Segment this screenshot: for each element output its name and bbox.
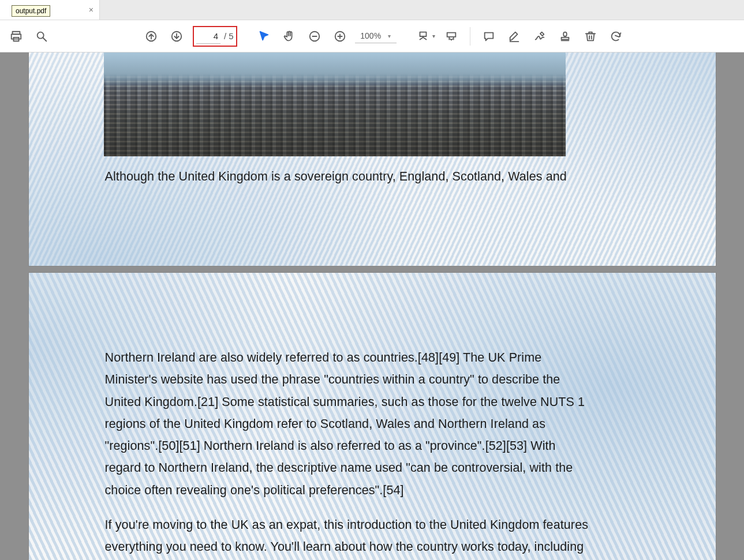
- svg-rect-15: [447, 32, 455, 36]
- zoom-out-button[interactable]: [303, 25, 326, 48]
- close-icon[interactable]: ×: [89, 6, 94, 14]
- paragraph-text: If you're moving to the UK as an expat, …: [105, 514, 590, 558]
- comment-button[interactable]: [477, 25, 500, 48]
- document-viewport[interactable]: Although the United Kingdom is a soverei…: [0, 52, 744, 560]
- delete-button[interactable]: [579, 25, 602, 48]
- next-page-button[interactable]: [165, 25, 188, 48]
- pdf-page-4: Although the United Kingdom is a soverei…: [29, 52, 716, 266]
- svg-line-4: [43, 37, 47, 41]
- toolbar: / 5 100% ▾ ▾: [0, 20, 744, 52]
- svg-rect-20: [561, 37, 569, 39]
- sign-button[interactable]: [528, 25, 551, 48]
- hand-tool-button[interactable]: [278, 25, 301, 48]
- svg-point-3: [38, 32, 44, 38]
- find-button[interactable]: [30, 25, 53, 48]
- read-mode-button[interactable]: [440, 25, 463, 48]
- svg-rect-1: [12, 34, 21, 39]
- fit-width-button[interactable]: [412, 25, 435, 48]
- page-indicator: / 5: [193, 26, 237, 47]
- chevron-down-icon: ▾: [388, 33, 391, 39]
- stamp-button[interactable]: [554, 25, 577, 48]
- paragraph-text: Although the United Kingdom is a soverei…: [105, 166, 590, 187]
- zoom-value: 100%: [360, 31, 381, 40]
- svg-rect-14: [420, 32, 426, 36]
- chevron-down-icon[interactable]: ▾: [432, 33, 435, 39]
- page-total: / 5: [224, 31, 234, 41]
- svg-rect-19: [563, 32, 567, 36]
- print-button[interactable]: [5, 25, 28, 48]
- zoom-select[interactable]: 100% ▾: [355, 29, 397, 43]
- select-tool-button[interactable]: [252, 25, 275, 48]
- highlight-button[interactable]: [503, 25, 526, 48]
- rotate-button[interactable]: [604, 25, 627, 48]
- prev-page-button[interactable]: [140, 25, 163, 48]
- filename-tooltip: output.pdf: [12, 5, 50, 17]
- paragraph-text: Northern Ireland are also widely referre…: [105, 347, 590, 501]
- city-image: [104, 52, 566, 156]
- page-current-input[interactable]: [196, 29, 220, 44]
- tab-strip: output.pdf ×: [0, 0, 744, 20]
- pdf-page-5: Northern Ireland are also widely referre…: [29, 273, 716, 560]
- zoom-in-button[interactable]: [328, 25, 352, 48]
